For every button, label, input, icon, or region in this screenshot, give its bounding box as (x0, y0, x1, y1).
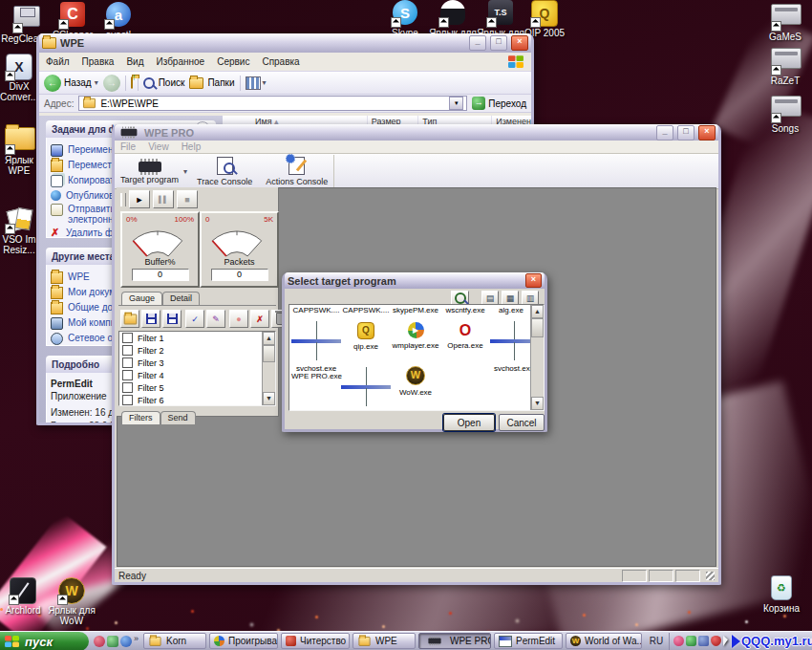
minimize-button[interactable]: _ (469, 35, 486, 51)
process-item[interactable]: alg.exe (490, 306, 532, 314)
scroll-down-button[interactable]: ▼ (263, 392, 275, 405)
edit-filter-button[interactable]: ✎ (206, 310, 225, 328)
minimize-button[interactable]: _ (656, 125, 673, 141)
process-item[interactable]: CAPPSWK.... (291, 306, 341, 314)
scroll-down-button[interactable]: ▼ (531, 397, 544, 410)
maximize-button[interactable]: □ (677, 125, 694, 141)
taskbar-button-korn[interactable]: Korn (143, 633, 206, 649)
dialog-scrollbar[interactable]: ▲ ▼ (530, 305, 544, 410)
tray-shield-icon[interactable] (711, 636, 721, 646)
tab-filters[interactable]: Filters (121, 411, 160, 424)
menu-favorites[interactable]: Избранное (156, 56, 204, 67)
menu-view[interactable]: Вид (126, 56, 143, 67)
filter-checkbox[interactable] (122, 395, 133, 405)
close-button[interactable]: × (511, 35, 528, 51)
filter-checkbox[interactable] (122, 370, 133, 380)
back-button[interactable]: ← Назад ▾ (44, 75, 98, 92)
filter-row[interactable]: Filter 1 (119, 332, 263, 344)
dialog-titlebar[interactable]: Select target program × (285, 272, 545, 289)
filter-row[interactable]: Filter 4 (119, 369, 263, 381)
scroll-thumb[interactable] (263, 345, 275, 362)
tab-detail[interactable]: Detail (162, 292, 200, 305)
tab-gauge[interactable]: Gauge (121, 292, 162, 305)
taskbar-button-wow[interactable]: WWorld of Wa... (566, 633, 642, 649)
go-button[interactable]: → Переход (472, 97, 526, 110)
start-button[interactable]: пуск (0, 632, 89, 650)
pause-button[interactable]: ▌▌ (153, 190, 174, 208)
address-input[interactable]: E:\WPE\WPE ▾ (78, 96, 467, 111)
process-item-opera[interactable]: OOpera.exe (440, 322, 490, 350)
scroll-up-button[interactable]: ▲ (263, 332, 275, 345)
desktop-icon-qip2005[interactable]: Q QIP 2005 (518, 0, 571, 38)
trace-console-button[interactable]: Trace Console (191, 155, 258, 187)
menu-tools[interactable]: Сервис (217, 56, 249, 67)
open-filter-button[interactable] (120, 310, 139, 328)
open-button[interactable]: Open (443, 414, 495, 431)
process-item-svchost[interactable]: svchost.exe (291, 322, 341, 373)
save-filter-button[interactable] (141, 310, 160, 328)
menu-file[interactable]: Файл (46, 56, 70, 67)
views-button[interactable]: ▾ (246, 76, 267, 90)
process-item[interactable]: wscntfy.exe (440, 306, 490, 314)
search-button[interactable]: Поиск (143, 77, 185, 89)
desktop-icon-recycle-bin[interactable]: ♻ Корзина (755, 574, 808, 614)
language-indicator[interactable]: RU (646, 634, 667, 649)
filter-checkbox[interactable] (122, 333, 133, 343)
process-item-qip[interactable]: Qqip.exe (341, 322, 391, 351)
filter-scrollbar[interactable]: ▲ ▼ (262, 332, 275, 405)
filter-row[interactable]: Filter 5 (119, 381, 263, 394)
menu-edit[interactable]: Правка (82, 56, 115, 67)
filter-checkbox[interactable] (122, 358, 133, 368)
filter-row[interactable]: Filter 2 (119, 344, 263, 357)
resize-grip[interactable] (706, 572, 715, 580)
quicklaunch-chevron-icon[interactable]: » (134, 634, 139, 643)
filter-row[interactable]: Filter 3 (119, 357, 263, 369)
menu-help[interactable]: Help (182, 141, 202, 152)
cancel-button[interactable]: Cancel (499, 414, 545, 431)
wpe-pro-titlebar[interactable]: WPE PRO _ □ × (115, 124, 718, 141)
tray-icon-2[interactable] (686, 636, 696, 646)
scroll-thumb[interactable] (531, 318, 544, 337)
edit-check-button[interactable]: ✓ (185, 310, 204, 328)
process-item-wmplayer[interactable]: ▶wmplayer.exe (391, 322, 440, 350)
tray-icon-1[interactable] (673, 636, 684, 646)
target-dropdown-icon[interactable]: ▾ (182, 167, 189, 176)
process-item[interactable]: skypePM.exe (391, 306, 440, 314)
scroll-up-button[interactable]: ▲ (531, 305, 544, 318)
explorer-titlebar[interactable]: WPE _ □ × (39, 33, 531, 53)
desktop-icon-archlord[interactable]: Archlord (0, 577, 48, 616)
target-program-button[interactable]: Target program ▾ (118, 155, 189, 187)
record-button[interactable]: ● (229, 310, 248, 328)
play-button[interactable]: ► (129, 190, 150, 208)
quicklaunch-icon-2[interactable] (107, 636, 118, 647)
filter-checkbox[interactable] (122, 382, 133, 393)
tray-icon-3[interactable] (698, 636, 709, 646)
taskbar-button-cheating[interactable]: Читерство ... (281, 633, 350, 649)
quicklaunch-icon-1[interactable] (94, 636, 105, 647)
process-item-wpepro[interactable]: WPE PRO.exe (291, 368, 341, 380)
address-dropdown-button[interactable]: ▾ (449, 97, 463, 110)
delete-filter-button[interactable]: ✗ (250, 310, 269, 328)
process-item-wow[interactable]: WWoW.exe (391, 366, 440, 397)
desktop-icon-games[interactable]: GaMeS (759, 0, 812, 42)
taskbar-button-wpe-pro[interactable]: WPE PRO (418, 633, 491, 649)
stop-button[interactable]: ■ (177, 190, 198, 208)
menu-help[interactable]: Справка (262, 56, 299, 67)
save-all-filters-button[interactable] (162, 310, 182, 328)
desktop-icon-skype[interactable]: S Skype (378, 0, 432, 38)
taskbar-button-wmplayer[interactable]: Проигрыва... (209, 633, 278, 649)
close-button[interactable]: × (525, 273, 542, 288)
desktop-icon-songs[interactable]: Songs (759, 92, 812, 134)
desktop-icon-razet[interactable]: RaZeT (759, 44, 812, 86)
folders-button[interactable]: Папки (189, 77, 234, 89)
process-item-permedit[interactable]: PermEdit.exe (341, 368, 391, 411)
up-button[interactable]: ↑ (131, 77, 133, 88)
taskbar-button-wpe[interactable]: WPE (353, 633, 416, 649)
tab-send[interactable]: Send (160, 411, 196, 424)
taskbar-button-permedit[interactable]: PermEdit (494, 633, 563, 649)
quicklaunch-icon-3[interactable] (120, 636, 132, 647)
filter-row[interactable]: Filter 6 (119, 394, 263, 406)
actions-console-button[interactable]: Actions Console (260, 155, 334, 187)
desktop-icon-wow-shortcut[interactable]: W Ярлык для WoW (44, 577, 99, 626)
process-item[interactable]: CAPPSWK.... (341, 306, 391, 314)
